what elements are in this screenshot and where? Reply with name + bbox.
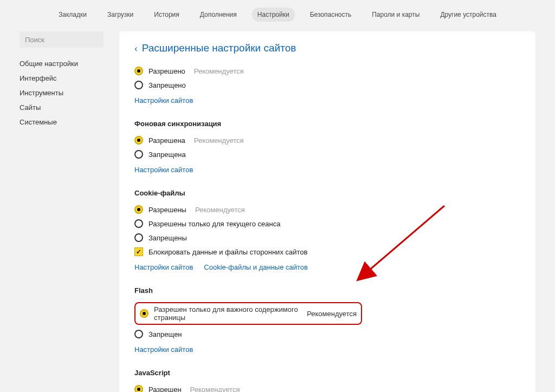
cookies-option-allow[interactable]: Разрешены Рекомендуется [134,202,520,217]
tab-extensions[interactable]: Дополнения [195,8,242,22]
section-cookies: Cookie-файлы Разрешены Рекомендуется Раз… [134,189,520,271]
search-input[interactable] [20,31,104,48]
sidebar-item-interface[interactable]: Интерфейс [20,71,111,86]
section-javascript: JavaScript Разрешен Рекомендуется Запрещ… [134,369,520,392]
js-option-allow[interactable]: Разрешен Рекомендуется [134,382,520,392]
radio-icon[interactable] [134,330,143,338]
section-bgsync: Фоновая синхронизация Разрешена Рекоменд… [134,120,520,174]
page-header[interactable]: ‹ Расширенные настройки сайтов [134,42,520,54]
sidebar: Общие настройки Интерфейс Инструменты Са… [20,31,111,129]
cookies-option-session[interactable]: Разрешены только для текущего сеанса [134,217,520,231]
radio-icon[interactable] [134,205,143,214]
tab-downloads[interactable]: Загрузки [102,8,139,22]
radio-icon[interactable] [134,67,143,75]
radio-icon[interactable] [134,136,143,145]
sidebar-item-sites[interactable]: Сайты [20,100,111,115]
checkbox-icon[interactable]: ✓ [134,247,143,256]
tab-devices[interactable]: Другие устройства [435,8,502,22]
flash-option-deny[interactable]: Запрещен [134,327,520,341]
bgsync-option-allow[interactable]: Разрешена Рекомендуется [134,133,520,147]
radio-icon[interactable] [134,233,143,242]
radio-icon[interactable] [134,219,143,228]
bgsync-option-deny[interactable]: Запрещена [134,147,520,161]
generic-option-allow[interactable]: Разрешено Рекомендуется [134,64,520,78]
section-title: Cookie-файлы [134,189,520,197]
tab-passwords[interactable]: Пароли и карты [366,8,425,22]
link-cookie-data[interactable]: Cookie-файлы и данные сайтов [204,263,308,271]
section-title: Фоновая синхронизация [134,120,520,128]
chevron-back-icon[interactable]: ‹ [134,44,138,53]
radio-icon[interactable] [140,309,149,318]
flash-option-important-highlight[interactable]: Разрешен только для важного содержимого … [134,302,362,325]
settings-card: ‹ Расширенные настройки сайтов Разрешено… [119,31,535,392]
sidebar-item-general[interactable]: Общие настройки [20,56,111,71]
section-generic: Разрешено Рекомендуется Запрещено Настро… [134,64,520,104]
sidebar-item-tools[interactable]: Инструменты [20,86,111,100]
radio-icon[interactable] [134,150,143,159]
radio-icon[interactable] [134,81,143,89]
link-site-settings[interactable]: Настройки сайтов [134,345,193,354]
cookies-block-thirdparty[interactable]: ✓ Блокировать данные и файлы сторонних с… [134,245,520,259]
section-flash: Flash Разрешен только для важного содерж… [134,286,520,354]
sidebar-item-system[interactable]: Системные [20,115,111,129]
link-site-settings[interactable]: Настройки сайтов [134,166,193,174]
tab-bookmarks[interactable]: Закладки [53,8,92,22]
link-site-settings[interactable]: Настройки сайтов [134,263,193,271]
section-title: JavaScript [134,369,520,377]
page-title: Расширенные настройки сайтов [142,42,296,54]
cookies-option-deny[interactable]: Запрещены [134,231,520,245]
generic-option-deny[interactable]: Запрещено [134,78,520,92]
radio-icon[interactable] [134,385,143,392]
tab-settings[interactable]: Настройки [252,8,295,22]
tab-security[interactable]: Безопасность [305,8,357,22]
tab-history[interactable]: История [149,8,185,22]
top-tabs: Закладки Загрузки История Дополнения Нас… [0,0,555,31]
link-site-settings[interactable]: Настройки сайтов [134,96,193,104]
section-title: Flash [134,286,520,295]
